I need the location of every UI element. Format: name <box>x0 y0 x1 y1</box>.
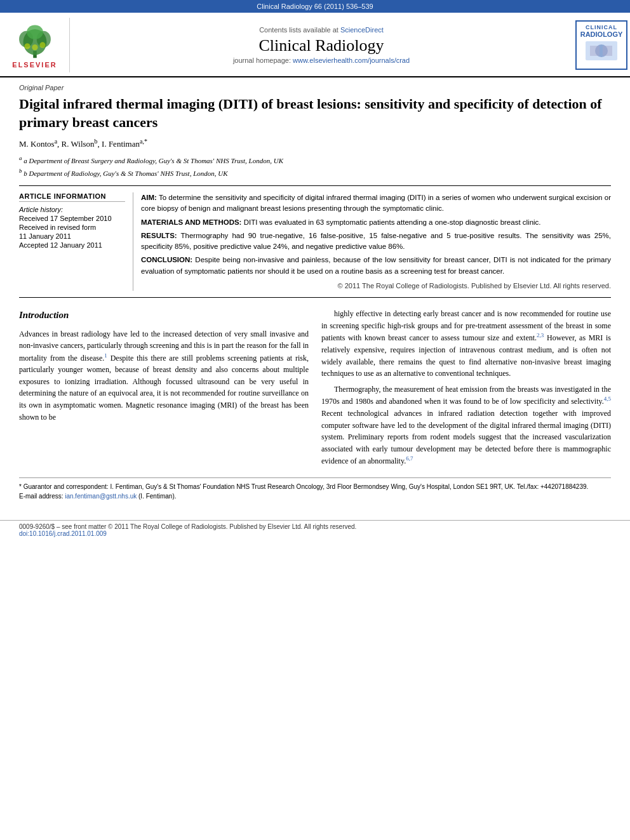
top-bar: Clinical Radiology 66 (2011) 536–539 <box>0 0 630 13</box>
abstract-aim: AIM: To determine the sensitivity and sp… <box>141 192 611 215</box>
abstract: AIM: To determine the sensitivity and sp… <box>141 192 611 291</box>
bottom-doi: doi:10.1016/j.crad.2011.01.009 <box>19 530 611 537</box>
received-revised-label: Received in revised form <box>19 223 125 231</box>
footnotes: * Guarantor and correspondent: I. Fentim… <box>19 477 611 501</box>
journal-logo: CLINICAL RADIOLOGY <box>575 20 628 70</box>
copyright-line: © 2011 The Royal College of Radiologists… <box>141 281 611 291</box>
revised-date: 11 January 2011 <box>19 232 125 240</box>
article-info-title: ARTICLE INFORMATION <box>19 192 125 202</box>
svg-point-6 <box>39 42 45 48</box>
footnote-email: E-mail address: ian.fentiman@gstt.nhs.uk… <box>19 491 611 501</box>
author-fentiman: I. Fentiman <box>102 140 140 149</box>
email-link[interactable]: ian.fentiman@gstt.nhs.uk <box>65 493 137 500</box>
history-label: Article history: <box>19 206 125 213</box>
svg-point-5 <box>24 43 30 49</box>
journal-header: ELSEVIER Contents lists available at Sci… <box>0 13 630 77</box>
affiliations: a a Department of Breast Surgery and Rad… <box>19 154 611 180</box>
article-info-abstract: ARTICLE INFORMATION Article history: Rec… <box>19 185 611 298</box>
elsevier-tree-icon <box>13 22 57 60</box>
author-kontos: M. Kontos <box>19 140 55 149</box>
article-info-left: ARTICLE INFORMATION Article history: Rec… <box>19 192 133 291</box>
doi-link[interactable]: doi:10.1016/j.crad.2011.01.009 <box>19 530 107 537</box>
abstract-methods: MATERIALS AND METHODS: DITI was evaluate… <box>141 217 611 228</box>
article-type-label: Original Paper <box>19 84 611 91</box>
abstract-conclusion: CONCLUSION: Despite being non-invasive a… <box>141 255 611 277</box>
journal-url[interactable]: www.elsevierhealth.com/journals/crad <box>293 57 410 64</box>
intro-right-p2: Thermography, the measurement of heat em… <box>321 383 611 467</box>
article-history: Article history: Received 17 September 2… <box>19 206 125 249</box>
elsevier-logo: ELSEVIER <box>0 18 70 72</box>
article-title: Digital infrared thermal imaging (DITI) … <box>19 95 611 131</box>
introduction-section: Introduction Advances in breast radiolog… <box>19 308 611 501</box>
intro-right-p1: highly effective in detecting early brea… <box>321 308 611 380</box>
intro-left-p1: Advances in breast radiology have led to… <box>19 328 309 423</box>
accepted-date: Accepted 12 January 2011 <box>19 241 125 249</box>
elsevier-label: ELSEVIER <box>12 61 57 69</box>
journal-homepage: journal homepage: www.elsevierhealth.com… <box>233 57 410 64</box>
main-content: Original Paper Digital infrared thermal … <box>0 77 630 514</box>
author-wilson: R. Wilson <box>62 140 95 149</box>
intro-col-left: Introduction Advances in breast radiolog… <box>19 308 309 471</box>
footnote-guarantor: * Guarantor and correspondent: I. Fentim… <box>19 482 611 491</box>
journal-citation: Clinical Radiology 66 (2011) 536–539 <box>257 3 373 10</box>
affiliation-a: a a Department of Breast Surgery and Rad… <box>19 154 611 166</box>
two-column-layout: Introduction Advances in breast radiolog… <box>19 308 611 471</box>
svg-point-4 <box>27 25 43 39</box>
affiliation-b: b b Department of Radiology, Guy's & St … <box>19 166 611 179</box>
journal-title: Clinical Radiology <box>258 36 384 55</box>
science-direct-line: Contents lists available at ScienceDirec… <box>259 26 384 34</box>
journal-logo-image <box>582 38 620 63</box>
header-center: Contents lists available at ScienceDirec… <box>70 18 573 72</box>
intro-heading: Introduction <box>19 308 309 323</box>
science-direct-link[interactable]: ScienceDirect <box>340 26 384 34</box>
logo-top-text: CLINICAL <box>580 24 623 30</box>
bottom-issn: 0009-9260/$ – see front matter © 2011 Th… <box>19 523 611 530</box>
svg-rect-11 <box>603 46 612 56</box>
journal-logo-box: CLINICAL RADIOLOGY <box>573 18 630 72</box>
bottom-bar: 0009-9260/$ – see front matter © 2011 Th… <box>0 520 630 540</box>
received-date-1: Received 17 September 2010 <box>19 215 125 222</box>
logo-main-text: RADIOLOGY <box>580 30 623 38</box>
svg-point-7 <box>32 44 37 50</box>
authors-line: M. Kontosa, R. Wilsonb, I. Fentimana,* <box>19 138 611 149</box>
intro-col-right: highly effective in detecting early brea… <box>321 308 611 471</box>
svg-rect-10 <box>590 46 600 56</box>
abstract-results: RESULTS: Thermography had 90 true-negati… <box>141 230 611 253</box>
